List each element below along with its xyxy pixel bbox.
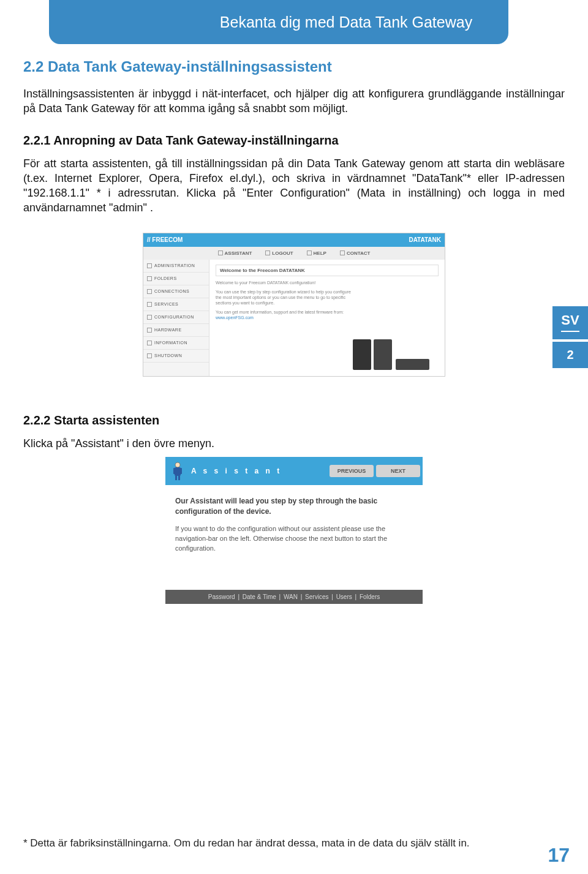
side-underline <box>561 331 579 332</box>
sc2-step-wan[interactable]: WAN <box>284 593 298 600</box>
sc2-step-password[interactable]: Password <box>208 593 235 600</box>
sc2-step-folders[interactable]: Folders <box>360 593 380 600</box>
side-tab: SV 2 <box>552 306 588 368</box>
side-chapter-num: 2 <box>552 342 588 368</box>
sc2-step-users[interactable]: Users <box>336 593 352 600</box>
sidebar-item-administration[interactable]: ADMINISTRATION <box>143 260 209 273</box>
section-2-2-2-title: 2.2.2 Starta assistenten <box>23 413 565 428</box>
footnote: * Detta är fabriksinställningarna. Om du… <box>23 837 470 850</box>
config-icon <box>147 315 152 320</box>
sidebar-item-information[interactable]: INFORMATION <box>143 337 209 350</box>
sc2-plain-text: If you want to do the configuration with… <box>175 524 413 554</box>
svg-point-0 <box>175 462 180 467</box>
folders-icon <box>147 276 152 281</box>
contact-icon <box>340 251 345 255</box>
services-icon <box>147 302 152 307</box>
sc2-footer: Password | Date & Time | WAN | Services … <box>165 590 423 604</box>
sidebar-item-hardware[interactable]: HARDWARE <box>143 324 209 337</box>
logout-icon <box>265 251 270 255</box>
sidebar-item-connections[interactable]: CONNECTIONS <box>143 285 209 298</box>
sc1-nav-contact[interactable]: CONTACT <box>340 251 371 256</box>
sidebar-item-folders[interactable]: FOLDERS <box>143 273 209 285</box>
section-2-2-1-title: 2.2.1 Anropning av Data Tank Gateway-ins… <box>23 134 565 148</box>
sc2-body: Our Assistant will lead you step by step… <box>165 485 423 590</box>
section-2-2-2-body: Klicka på "Assistant" i den övre menyn. <box>23 436 565 451</box>
screenshot-assistant: A s s i s t a n t PREVIOUS NEXT Our Assi… <box>165 457 423 604</box>
hardware-icon <box>147 328 152 333</box>
connections-icon <box>147 289 152 294</box>
info-icon <box>147 341 152 345</box>
sc1-sidebar: ADMINISTRATION FOLDERS CONNECTIONS SERVI… <box>143 260 209 376</box>
sc1-brand: // FREECOM <box>147 236 183 243</box>
sidebar-item-configuration[interactable]: CONFIGURATION <box>143 311 209 324</box>
svg-rect-2 <box>173 468 175 474</box>
previous-button[interactable]: PREVIOUS <box>330 465 374 477</box>
sc2-topbar: A s s i s t a n t PREVIOUS NEXT <box>165 457 423 485</box>
device-illustration <box>353 333 432 370</box>
chapter-header: Bekanta dig med Data Tank Gateway <box>49 0 508 44</box>
svg-rect-1 <box>175 467 181 476</box>
sc1-link[interactable]: www.openFSG.com <box>216 315 254 320</box>
sc1-welcome-bar: Welcome to the Freecom DATATANK <box>216 265 439 276</box>
sc1-nav-assistant[interactable]: ASSISTANT <box>218 251 252 256</box>
admin-icon <box>147 263 152 268</box>
sidebar-item-services[interactable]: SERVICES <box>143 298 209 311</box>
sc2-title: A s s i s t a n t <box>191 467 330 475</box>
sc1-nav-logout[interactable]: LOGOUT <box>265 251 293 256</box>
chapter-header-title: Bekanta dig med Data Tank Gateway <box>220 13 472 31</box>
help-icon <box>307 251 312 255</box>
next-button[interactable]: NEXT <box>376 465 420 477</box>
side-lang: SV <box>552 306 588 339</box>
section-2-2-title: 2.2 Data Tank Gateway-inställningsassist… <box>23 58 565 75</box>
shutdown-icon <box>147 353 152 358</box>
device-box-icon <box>374 339 392 370</box>
sc1-topbar: // FREECOM DATATANK <box>143 233 445 247</box>
sc2-step-datetime[interactable]: Date & Time <box>243 593 276 600</box>
page-number: 17 <box>548 844 570 867</box>
device-flat-icon <box>396 359 429 370</box>
sc1-brand-right: DATATANK <box>409 236 441 243</box>
sc1-welcome-text: Welcome to your Freecom DATATANK configu… <box>216 280 356 321</box>
sc2-lead-text: Our Assistant will lead you step by step… <box>175 496 413 517</box>
svg-rect-4 <box>175 476 177 480</box>
device-box-icon <box>353 339 371 370</box>
assistant-figure-icon <box>169 459 186 483</box>
section-2-2-body: Inställningsassistenten är inbyggd i nät… <box>23 86 565 116</box>
sidebar-item-shutdown[interactable]: SHUTDOWN <box>143 350 209 363</box>
screenshot-datatank-config: // FREECOM DATATANK ASSISTANT LOGOUT HEL… <box>143 233 445 377</box>
svg-rect-5 <box>178 476 180 480</box>
section-2-2-1-body: För att starta assistenten, gå till inst… <box>23 156 565 216</box>
svg-rect-3 <box>180 468 182 474</box>
sc1-nav-help[interactable]: HELP <box>307 251 326 256</box>
assistant-icon <box>218 251 223 255</box>
sc1-nav: ASSISTANT LOGOUT HELP CONTACT <box>143 247 445 260</box>
sc2-step-services[interactable]: Services <box>305 593 328 600</box>
sc1-main-panel: Welcome to the Freecom DATATANK Welcome … <box>209 260 445 376</box>
